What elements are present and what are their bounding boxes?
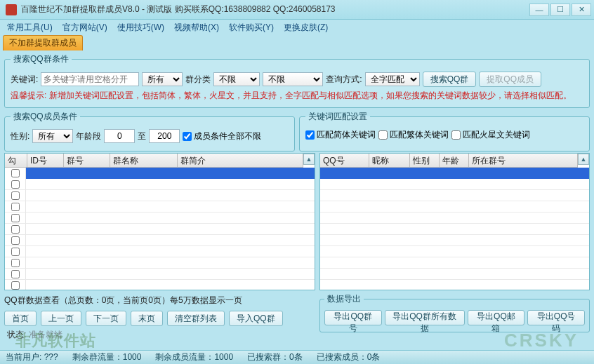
col-qq[interactable]: QQ号 (320, 154, 369, 167)
row-checkbox[interactable] (11, 214, 20, 222)
row-checkbox[interactable] (11, 225, 20, 234)
first-page-button[interactable]: 首页 (4, 311, 37, 326)
age-label: 年龄段 (76, 130, 101, 142)
footer-searched-groups: 已搜索群：0条 (247, 351, 303, 363)
member-grid[interactable]: QQ号 昵称 性别 年龄 所在群号 ▲ (319, 153, 590, 290)
subcategory-select[interactable]: 不限 (263, 72, 323, 86)
group-search-conditions: 搜索QQ群条件 关键词: 所有 群分类 不限 不限 查询方式: 全字匹配 搜索Q… (4, 53, 590, 108)
scroll-up-icon[interactable]: ▲ (303, 154, 315, 165)
legend-member-cond: 搜索QQ成员条件 (11, 111, 80, 123)
method-select[interactable]: 全字匹配 (365, 72, 420, 86)
menu-buy[interactable]: 软件购买(Y) (229, 22, 274, 34)
gender-select[interactable]: 所有 (32, 129, 73, 143)
row-checkbox[interactable] (11, 236, 20, 245)
clear-list-button[interactable]: 清空群列表 (167, 311, 225, 326)
match-traditional-checkbox[interactable]: 匹配繁体关键词 (378, 129, 449, 141)
col-nick[interactable]: 昵称 (369, 154, 410, 167)
match-mars-checkbox[interactable]: 匹配火星文关键词 (451, 129, 530, 141)
row-checkbox[interactable] (11, 203, 20, 211)
footer-member-quota: 剩余成员流量：1000 (155, 351, 233, 363)
keyword-label: 关键词: (11, 74, 38, 86)
window-title: 百隆世纪不加群提取群成员V8.0 - 测试版 购买联系QQ:1638809882… (21, 4, 336, 15)
import-group-button[interactable]: 导入QQ群 (229, 311, 283, 326)
footer-user: 当前用户: ??? (6, 351, 58, 363)
col-groupdesc[interactable]: 群简介 (178, 154, 303, 167)
menu-video[interactable]: 视频帮助(X) (174, 22, 219, 34)
minimize-button[interactable]: — (529, 4, 549, 16)
col-check[interactable]: 勾选 (5, 154, 27, 167)
prev-page-button[interactable]: 上一页 (41, 311, 81, 326)
age-from-input[interactable] (104, 129, 135, 143)
pager-title: QQ群数据查看（总页数：0页，当前页0页）每5万数据显示一页 (4, 295, 315, 306)
footer-searched-members: 已搜索成员：0条 (317, 351, 381, 363)
extract-members-button[interactable]: 提取QQ成员 (479, 72, 541, 87)
keyword-input[interactable] (41, 72, 139, 86)
status-value: 准备就绪 (29, 330, 62, 339)
menu-skin[interactable]: 更换皮肤(Z) (284, 22, 328, 34)
category-label: 群分类 (185, 74, 211, 86)
member-grid-body[interactable] (320, 168, 589, 290)
group-grid-body[interactable] (5, 168, 315, 290)
legend-kw-match: 关键词匹配设置 (305, 111, 370, 123)
group-keyword-match: 关键词匹配设置 匹配简体关键词 匹配繁体关键词 匹配火星文关键词 (299, 111, 590, 151)
export-groupno-button[interactable]: 导出QQ群号 (324, 310, 382, 325)
menubar: 常用工具(U) 官方网站(V) 使用技巧(W) 视频帮助(X) 软件购买(Y) … (0, 20, 594, 35)
tip-text: 新增加关键词匹配设置，包括简体，繁体，火星文，并且支持，全字匹配与相似匹配选项，… (49, 90, 572, 100)
scroll-up-icon[interactable]: ▲ (578, 154, 589, 165)
scope-select[interactable]: 所有 (142, 72, 183, 86)
group-grid[interactable]: 勾选 ID号 群号 群名称 群简介 ▲ (4, 153, 315, 290)
age-to-input[interactable] (149, 129, 180, 143)
status-bar: 当前用户: ??? 剩余群流量：1000 剩余成员流量：1000 已搜索群：0条… (0, 350, 594, 364)
last-page-button[interactable]: 末页 (131, 311, 163, 326)
match-simplified-checkbox[interactable]: 匹配简体关键词 (305, 129, 376, 141)
menu-website[interactable]: 官方网站(V) (62, 22, 107, 34)
col-groupno[interactable]: 群号 (64, 154, 110, 167)
export-email-button[interactable]: 导出QQ邮箱 (468, 310, 525, 325)
next-page-button[interactable]: 下一页 (86, 311, 126, 326)
col-age[interactable]: 年龄 (440, 154, 469, 167)
app-icon (6, 4, 17, 15)
maximize-button[interactable]: ☐ (550, 4, 570, 16)
tab-extract-members[interactable]: 不加群提取群成员 (3, 35, 83, 50)
legend-search: 搜索QQ群条件 (11, 53, 72, 65)
close-button[interactable]: ✕ (572, 4, 591, 16)
group-export: 数据导出 导出QQ群号 导出QQ群所有数据 导出QQ邮箱 导出QQ号码 (319, 293, 590, 332)
export-qqno-button[interactable]: 导出QQ号码 (527, 310, 585, 325)
col-gender[interactable]: 性别 (410, 154, 440, 167)
menu-tips[interactable]: 使用技巧(W) (117, 22, 164, 34)
category-select[interactable]: 不限 (213, 72, 260, 86)
gender-label: 性别: (11, 130, 29, 142)
row-checkbox[interactable] (11, 259, 20, 267)
tip-label: 温馨提示: (11, 90, 46, 100)
row-checkbox[interactable] (11, 281, 20, 290)
group-member-conditions: 搜索QQ成员条件 性别: 所有 年龄段 至 成员条件全部不限 (4, 111, 295, 151)
export-groupdata-button[interactable]: 导出QQ群所有数据 (385, 310, 465, 325)
row-checkbox[interactable] (11, 169, 20, 177)
col-ingroup[interactable]: 所在群号 (469, 154, 578, 167)
row-checkbox[interactable] (11, 180, 20, 189)
footer-group-quota: 剩余群流量：1000 (72, 351, 142, 363)
menu-tools[interactable]: 常用工具(U) (7, 22, 53, 34)
row-checkbox[interactable] (11, 191, 20, 200)
search-group-button[interactable]: 搜索QQ群 (423, 72, 477, 87)
status-label: 状态: (7, 330, 26, 339)
method-label: 查询方式: (326, 74, 362, 86)
row-checkbox[interactable] (11, 270, 20, 278)
all-conditions-checkbox[interactable]: 成员条件全部不限 (183, 130, 261, 142)
col-id[interactable]: ID号 (27, 154, 64, 167)
row-checkbox[interactable] (11, 248, 20, 256)
col-groupname[interactable]: 群名称 (110, 154, 178, 167)
age-to-label: 至 (138, 130, 146, 142)
legend-export: 数据导出 (324, 293, 364, 305)
